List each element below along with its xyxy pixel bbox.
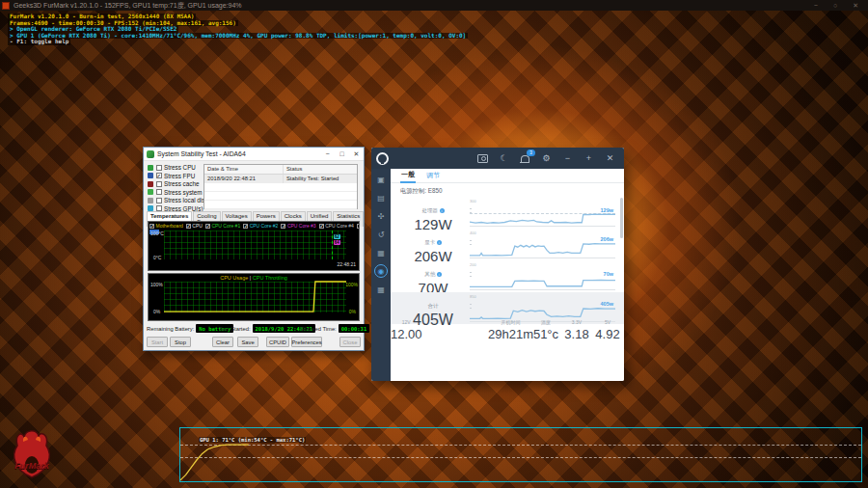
stress-category-icon bbox=[148, 198, 153, 203]
stat-label: 5V bbox=[583, 319, 624, 325]
power-row: 其他 i 70W 200 70w bbox=[391, 260, 624, 292]
legend-checkbox[interactable] bbox=[243, 224, 248, 229]
info-icon[interactable]: i bbox=[440, 208, 445, 213]
current-wattage-label: 206w bbox=[601, 236, 613, 242]
aida64-title: System Stability Test - AIDA64 bbox=[157, 150, 246, 157]
close-icon[interactable]: ✕ bbox=[605, 153, 615, 164]
legend-checkbox[interactable] bbox=[281, 224, 285, 229]
usage-right-max: 100% bbox=[345, 282, 358, 287]
usage-graph-title: CPU Usage | CPU Throttling bbox=[149, 275, 359, 281]
power-tabs: 一般 调节 bbox=[391, 169, 624, 183]
event-status: Stability Test: Started bbox=[284, 175, 341, 183]
info-icon[interactable]: i bbox=[437, 272, 442, 277]
elapsed-value: 00:00:31 bbox=[339, 324, 370, 333]
power-main: 一般 调节 电源控制: E850 处理器 i 129W bbox=[391, 169, 624, 381]
cpu-usage-plot bbox=[164, 282, 346, 312]
legend-item[interactable]: CPU Core #1 bbox=[205, 223, 240, 229]
sidebar-nav-icon[interactable]: ▣ bbox=[374, 173, 388, 186]
dialog-button[interactable]: Save bbox=[237, 337, 258, 347]
stat-item: 5V 4.92 bbox=[583, 319, 624, 341]
legend-checkbox[interactable] bbox=[357, 224, 359, 229]
stat-label: 12V bbox=[391, 319, 422, 325]
zoom-plus-icon[interactable]: + bbox=[583, 153, 594, 164]
sidebar-nav-icon[interactable]: ▤ bbox=[374, 191, 388, 204]
sidebar-nav-icon[interactable]: ▦ bbox=[374, 246, 388, 259]
app-logo-icon bbox=[376, 152, 389, 165]
power-line bbox=[470, 200, 615, 226]
legend-checkbox[interactable] bbox=[186, 224, 191, 229]
current-wattage-label: 129w bbox=[601, 207, 613, 213]
power-monitor-window: ☾ 3 ⚙ − + ✕ ▣ ▤ ✣ ↺ ▦ bbox=[371, 148, 624, 381]
maximize-icon[interactable]: □ bbox=[335, 150, 349, 158]
temperature-legend: Motherboard CPU CPU Core #1 CPU bbox=[149, 222, 359, 230]
power-tab[interactable]: 一般 bbox=[400, 168, 416, 183]
close-icon[interactable]: ✕ bbox=[349, 150, 364, 158]
usage-left-max: 100% bbox=[150, 282, 163, 287]
minimize-icon[interactable]: − bbox=[320, 150, 335, 158]
legend-item[interactable]: CPU bbox=[186, 223, 203, 229]
power-titlebar[interactable]: ☾ 3 ⚙ − + ✕ bbox=[371, 148, 624, 169]
dialog-button[interactable]: Start bbox=[147, 337, 168, 347]
aida64-titlebar[interactable]: System Stability Test - AIDA64 − □ ✕ bbox=[144, 148, 364, 161]
stat-item: 12V 12.00 bbox=[391, 319, 422, 341]
sidebar-nav-icon[interactable]: ▦ bbox=[374, 283, 388, 296]
legend-item[interactable]: CPU Core #2 bbox=[243, 223, 278, 229]
power-sparkline: 300 129w bbox=[470, 200, 615, 227]
aida64-app-icon bbox=[147, 150, 154, 158]
elapsed-label: Elapsed Time: bbox=[301, 326, 337, 332]
legend-item[interactable]: CPU Core #4 bbox=[319, 223, 354, 229]
stress-checkbox[interactable] bbox=[156, 165, 162, 171]
legend-checkbox[interactable] bbox=[205, 224, 210, 229]
event-log-table: Date & Time Status 2018/9/20 22:48:21 St… bbox=[203, 164, 358, 209]
power-row-label: 合计 bbox=[428, 303, 439, 310]
sidebar-nav-icon[interactable]: ✣ bbox=[374, 209, 388, 223]
current-time-cursor bbox=[332, 230, 333, 259]
y-axis-min: 0°C bbox=[153, 255, 161, 260]
temperature-plot bbox=[164, 230, 346, 259]
settings-gear-icon[interactable]: ⚙ bbox=[541, 153, 552, 164]
maximize-icon[interactable]: ○ bbox=[833, 2, 837, 10]
notifications-bell-icon[interactable]: 3 bbox=[520, 153, 530, 164]
osd-line: - F1: toggle help bbox=[8, 39, 70, 45]
osd-line: > GPU 1 (GeForce RTX 2080 Ti) - core:141… bbox=[8, 33, 468, 40]
legend-item[interactable]: CPU Core #3 bbox=[281, 223, 315, 229]
stress-checkbox[interactable] bbox=[156, 173, 162, 178]
sidebar-nav-icon[interactable]: ↺ bbox=[374, 228, 388, 241]
dialog-button[interactable]: Close bbox=[339, 337, 361, 347]
legend-item[interactable]: ST2000DM001-9YN bbox=[357, 223, 359, 229]
dialog-button[interactable]: CPUID bbox=[266, 337, 289, 347]
power-tab[interactable]: 调节 bbox=[425, 169, 441, 182]
column-header-datetime[interactable]: Date & Time bbox=[204, 165, 284, 174]
minimize-icon[interactable]: − bbox=[814, 2, 818, 10]
column-header-status[interactable]: Status bbox=[284, 165, 305, 174]
stress-category-icon bbox=[148, 181, 153, 187]
power-sidebar: ▣ ▤ ✣ ↺ ▦ ◉ ▦ bbox=[371, 169, 391, 381]
sidebar-nav-icon[interactable]: ◉ bbox=[374, 264, 388, 278]
dialog-button[interactable]: Stop bbox=[170, 337, 191, 347]
aida64-statusbar: Remaining Battery: No battery Test Start… bbox=[144, 323, 364, 336]
notification-badge: 3 bbox=[527, 149, 535, 156]
table-row[interactable]: 2018/9/20 22:48:21 Stability Test: Start… bbox=[204, 175, 357, 183]
legend-label: Motherboard bbox=[156, 223, 183, 229]
stress-category-icon bbox=[148, 165, 153, 171]
legend-label: CPU Core #4 bbox=[325, 223, 354, 229]
info-icon[interactable]: i bbox=[437, 240, 442, 245]
aida64-window: System Stability Test - AIDA64 − □ ✕ Str… bbox=[143, 147, 365, 351]
stress-checkbox[interactable] bbox=[156, 198, 162, 203]
stress-checkbox[interactable] bbox=[156, 189, 162, 195]
dialog-button[interactable]: Clear bbox=[212, 337, 233, 347]
legend-checkbox[interactable] bbox=[319, 224, 324, 229]
close-icon[interactable]: ✕ bbox=[853, 2, 858, 10]
battery-label: Remaining Battery: bbox=[147, 326, 194, 332]
dialog-button[interactable]: Preferences bbox=[291, 337, 322, 347]
dark-mode-moon-icon[interactable]: ☾ bbox=[499, 153, 509, 164]
stress-checkbox[interactable] bbox=[156, 181, 162, 187]
temp-marker: 64 bbox=[334, 240, 340, 245]
empty-rows bbox=[204, 183, 357, 209]
legend-item[interactable]: Motherboard bbox=[149, 223, 183, 229]
power-rows: 处理器 i 129W 300 129w bbox=[391, 197, 624, 324]
legend-checkbox[interactable] bbox=[149, 224, 154, 229]
screenshot-icon[interactable] bbox=[477, 153, 488, 164]
minimize-icon[interactable]: − bbox=[562, 153, 573, 164]
legend-label: CPU Core #3 bbox=[287, 223, 316, 229]
